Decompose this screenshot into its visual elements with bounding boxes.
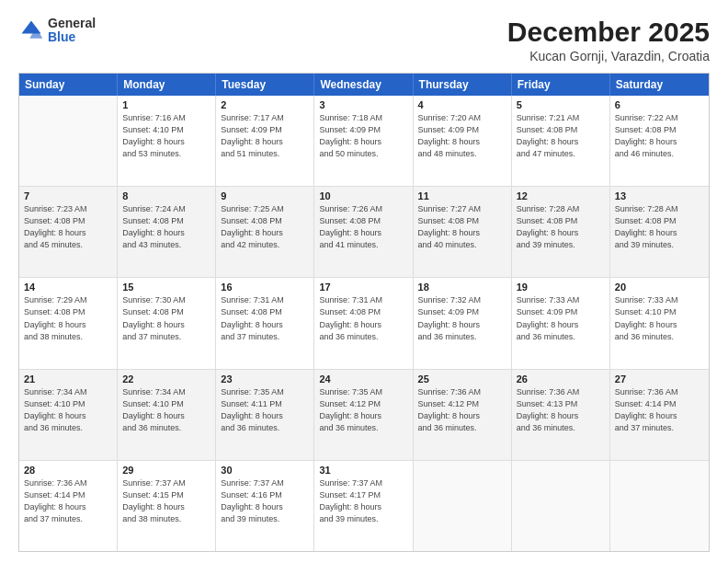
cell-info-line: Sunrise: 7:34 AM (24, 386, 112, 398)
calendar-cell-3-1: 22Sunrise: 7:34 AMSunset: 4:10 PMDayligh… (118, 370, 216, 460)
cell-info-line: and 48 minutes. (418, 148, 506, 160)
day-number: 19 (517, 282, 605, 293)
day-number: 20 (615, 282, 704, 293)
cell-info-line: and 51 minutes. (221, 148, 309, 160)
day-number: 15 (122, 282, 210, 293)
cell-info-line: and 37 minutes. (122, 331, 210, 343)
cell-info-line: and 40 minutes. (418, 239, 506, 251)
calendar-cell-0-1: 1Sunrise: 7:16 AMSunset: 4:10 PMDaylight… (118, 96, 216, 186)
calendar-cell-1-5: 12Sunrise: 7:28 AMSunset: 4:08 PMDayligh… (512, 187, 610, 277)
calendar-row-3: 21Sunrise: 7:34 AMSunset: 4:10 PMDayligh… (19, 369, 709, 460)
calendar-cell-1-2: 9Sunrise: 7:25 AMSunset: 4:08 PMDaylight… (216, 187, 314, 277)
cell-info-line: and 46 minutes. (615, 148, 704, 160)
logo-blue: Blue (48, 30, 96, 44)
calendar-cell-0-5: 5Sunrise: 7:21 AMSunset: 4:08 PMDaylight… (512, 96, 610, 186)
calendar-cell-4-0: 28Sunrise: 7:36 AMSunset: 4:14 PMDayligh… (19, 461, 118, 551)
calendar-cell-2-3: 17Sunrise: 7:31 AMSunset: 4:08 PMDayligh… (314, 278, 413, 368)
day-number: 3 (319, 99, 407, 110)
cell-info-line: and 39 minutes. (615, 239, 704, 251)
cell-info-line: Sunrise: 7:25 AM (221, 203, 309, 215)
cell-info-line: Daylight: 8 hours (221, 319, 309, 331)
cell-info-line: Sunset: 4:08 PM (418, 215, 506, 227)
cell-info-line: Sunrise: 7:36 AM (418, 386, 506, 398)
cell-info-line: Sunset: 4:09 PM (418, 124, 506, 136)
calendar: SundayMondayTuesdayWednesdayThursdayFrid… (18, 73, 710, 552)
day-number: 30 (221, 465, 309, 476)
cell-info-line: Sunrise: 7:21 AM (517, 112, 605, 124)
day-number: 9 (221, 190, 309, 201)
cell-info-line: Sunset: 4:08 PM (615, 124, 704, 136)
cell-info-line: Sunrise: 7:32 AM (418, 294, 506, 306)
calendar-cell-2-6: 20Sunrise: 7:33 AMSunset: 4:10 PMDayligh… (610, 278, 709, 368)
cell-info-line: and 36 minutes. (221, 422, 309, 434)
cell-info-line: Sunrise: 7:37 AM (319, 477, 407, 489)
cell-info-line: Daylight: 8 hours (319, 136, 407, 148)
day-number: 25 (418, 373, 506, 385)
day-number: 4 (418, 99, 506, 110)
calendar-cell-2-1: 15Sunrise: 7:30 AMSunset: 4:08 PMDayligh… (118, 278, 216, 368)
cell-info-line: Sunset: 4:08 PM (615, 215, 704, 227)
cell-info-line: Sunset: 4:08 PM (24, 215, 112, 227)
cell-info-line: Sunset: 4:09 PM (418, 306, 506, 318)
cell-info-line: Sunrise: 7:31 AM (319, 294, 407, 306)
cell-info-line: Sunrise: 7:18 AM (319, 112, 407, 124)
day-number: 12 (517, 190, 605, 201)
logo-icon (18, 17, 44, 43)
day-number: 8 (122, 190, 210, 201)
cell-info-line: and 37 minutes. (615, 422, 704, 434)
cell-info-line: Sunrise: 7:37 AM (221, 477, 309, 489)
calendar-cell-0-2: 2Sunrise: 7:17 AMSunset: 4:09 PMDaylight… (216, 96, 314, 186)
header-day-wednesday: Wednesday (314, 74, 413, 96)
calendar-cell-1-1: 8Sunrise: 7:24 AMSunset: 4:08 PMDaylight… (118, 187, 216, 277)
day-number: 13 (615, 190, 704, 201)
header-day-thursday: Thursday (414, 74, 512, 96)
cell-info-line: Sunrise: 7:33 AM (517, 294, 605, 306)
cell-info-line: Sunset: 4:12 PM (418, 398, 506, 410)
cell-info-line: Daylight: 8 hours (615, 227, 704, 239)
cell-info-line: Sunrise: 7:37 AM (122, 477, 210, 489)
subtitle: Kucan Gornji, Varazdin, Croatia (507, 49, 710, 63)
cell-info-line: Daylight: 8 hours (24, 501, 112, 513)
cell-info-line: Sunrise: 7:36 AM (517, 386, 605, 398)
calendar-row-0: 1Sunrise: 7:16 AMSunset: 4:10 PMDaylight… (19, 96, 709, 186)
cell-info-line: and 36 minutes. (418, 422, 506, 434)
cell-info-line: and 36 minutes. (24, 422, 112, 434)
cell-info-line: Daylight: 8 hours (418, 319, 506, 331)
cell-info-line: Sunset: 4:11 PM (221, 398, 309, 410)
day-number: 31 (319, 465, 407, 476)
calendar-cell-3-3: 24Sunrise: 7:35 AMSunset: 4:12 PMDayligh… (314, 370, 413, 460)
cell-info-line: Sunrise: 7:24 AM (122, 203, 210, 215)
calendar-cell-4-6 (610, 461, 709, 551)
calendar-cell-1-0: 7Sunrise: 7:23 AMSunset: 4:08 PMDaylight… (19, 187, 118, 277)
calendar-body: 1Sunrise: 7:16 AMSunset: 4:10 PMDaylight… (19, 96, 709, 551)
cell-info-line: and 36 minutes. (517, 331, 605, 343)
cell-info-line: Sunset: 4:10 PM (615, 306, 704, 318)
cell-info-line: Sunset: 4:08 PM (221, 215, 309, 227)
calendar-cell-0-4: 4Sunrise: 7:20 AMSunset: 4:09 PMDaylight… (414, 96, 512, 186)
day-number: 14 (24, 282, 112, 293)
header: General Blue December 2025 Kucan Gornji,… (18, 17, 710, 63)
cell-info-line: Sunrise: 7:36 AM (24, 477, 112, 489)
cell-info-line: Daylight: 8 hours (319, 410, 407, 422)
cell-info-line: and 45 minutes. (24, 239, 112, 251)
cell-info-line: Sunset: 4:08 PM (122, 306, 210, 318)
cell-info-line: Sunset: 4:08 PM (517, 124, 605, 136)
calendar-cell-3-0: 21Sunrise: 7:34 AMSunset: 4:10 PMDayligh… (19, 370, 118, 460)
cell-info-line: and 36 minutes. (122, 422, 210, 434)
cell-info-line: Sunrise: 7:26 AM (319, 203, 407, 215)
day-number: 26 (517, 373, 605, 385)
calendar-cell-2-5: 19Sunrise: 7:33 AMSunset: 4:09 PMDayligh… (512, 278, 610, 368)
cell-info-line: Sunrise: 7:35 AM (319, 386, 407, 398)
cell-info-line: Daylight: 8 hours (122, 501, 210, 513)
calendar-row-2: 14Sunrise: 7:29 AMSunset: 4:08 PMDayligh… (19, 277, 709, 368)
header-day-sunday: Sunday (19, 74, 118, 96)
cell-info-line: Daylight: 8 hours (615, 319, 704, 331)
cell-info-line: Daylight: 8 hours (517, 319, 605, 331)
day-number: 21 (24, 373, 112, 385)
day-number: 6 (615, 99, 704, 110)
calendar-cell-4-3: 31Sunrise: 7:37 AMSunset: 4:17 PMDayligh… (314, 461, 413, 551)
cell-info-line: Sunrise: 7:33 AM (615, 294, 704, 306)
page: General Blue December 2025 Kucan Gornji,… (0, 0, 728, 563)
day-number: 28 (24, 465, 112, 476)
month-title: December 2025 (507, 17, 710, 47)
